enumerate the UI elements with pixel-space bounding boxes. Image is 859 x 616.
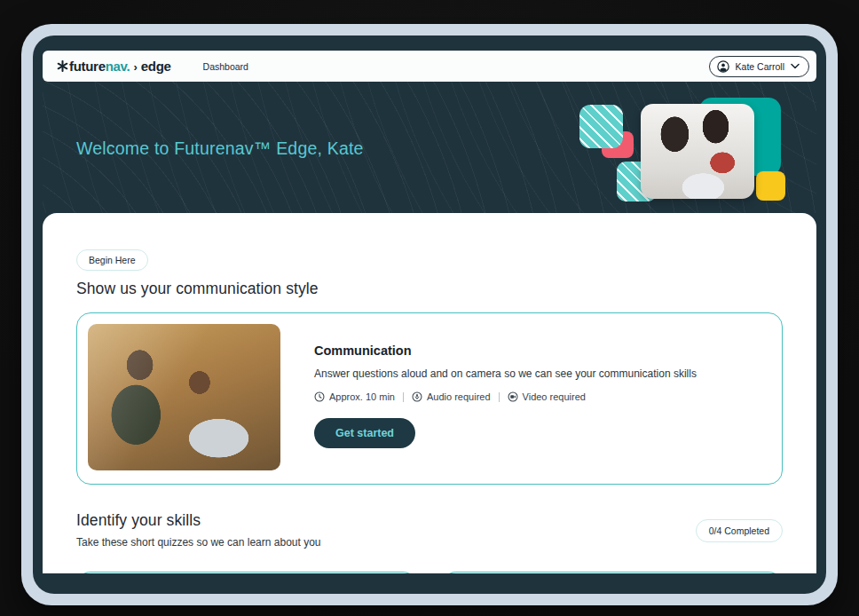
video-icon	[508, 391, 518, 402]
meta-video: Video required	[508, 391, 586, 402]
app-shell: futurenav. › edge Dashboard Kate Carroll	[33, 36, 826, 594]
user-menu-button[interactable]: Kate Carroll	[709, 56, 809, 77]
striped-teal-square-top	[579, 105, 623, 148]
content-panel: Begin Here Show us your communication st…	[43, 213, 816, 573]
communication-card: Communication Answer questions aloud and…	[76, 312, 783, 485]
quiz-card-2[interactable]	[442, 572, 783, 573]
screenshot-canvas: futurenav. › edge Dashboard Kate Carroll	[0, 0, 859, 616]
asterisk-logo-icon	[57, 60, 68, 72]
hero-banner: Welcome to Futurenav™ Edge, Kate	[43, 82, 816, 213]
logo-separator: ›	[133, 60, 137, 74]
chevron-down-icon	[791, 63, 800, 69]
skills-heading-group: Identify your skills Take these short qu…	[76, 511, 321, 549]
skills-section-heading: Identify your skills	[76, 511, 321, 530]
device-bezel: futurenav. › edge Dashboard Kate Carroll	[21, 24, 838, 605]
striped-teal-square-bottom	[617, 162, 657, 201]
nav-link-dashboard[interactable]: Dashboard	[203, 61, 248, 72]
clock-icon	[314, 391, 325, 402]
futurenav-edge-logo[interactable]: futurenav. › edge	[57, 59, 171, 74]
skills-section-header: Identify your skills Take these short qu…	[76, 511, 783, 549]
teal-square-large	[699, 98, 781, 176]
quiz-card-1[interactable]	[76, 572, 417, 573]
communication-card-meta: Approx. 10 min	[314, 391, 697, 402]
yellow-square	[756, 171, 785, 201]
communication-card-description: Answer questions aloud and on camera so …	[314, 367, 697, 380]
top-navbar: futurenav. › edge Dashboard Kate Carroll	[43, 51, 816, 82]
logo-wordmark: futurenav.	[69, 59, 130, 74]
communication-card-body: Communication Answer questions aloud and…	[280, 324, 697, 473]
get-started-button[interactable]: Get started	[314, 418, 415, 448]
hero-welcome-title: Welcome to Futurenav™ Edge, Kate	[76, 138, 364, 159]
logo-part-future: future	[69, 59, 106, 74]
meta-divider	[499, 392, 500, 402]
meta-duration-label: Approx. 10 min	[329, 391, 395, 402]
meta-divider	[403, 392, 404, 402]
communication-card-photo	[88, 324, 280, 470]
meta-audio: Audio required	[412, 391, 491, 402]
skills-section-subheading: Take these short quizzes so we can learn…	[76, 536, 321, 549]
communication-card-title: Communication	[314, 344, 697, 358]
progress-badge: 0/4 Completed	[696, 519, 783, 542]
meta-audio-label: Audio required	[427, 391, 491, 402]
meta-duration: Approx. 10 min	[314, 391, 395, 402]
meta-video-label: Video required	[523, 391, 586, 402]
logo-part-edge: edge	[141, 59, 171, 74]
user-avatar-icon	[717, 60, 729, 73]
microphone-icon	[412, 391, 422, 402]
pink-square	[602, 131, 634, 158]
app-window: futurenav. › edge Dashboard Kate Carroll	[43, 51, 816, 573]
begin-here-badge: Begin Here	[76, 249, 148, 271]
hero-photo-two-people	[641, 104, 754, 199]
communication-section-heading: Show us your communication style	[76, 280, 783, 298]
user-name: Kate Carroll	[736, 61, 784, 72]
logo-part-nav: nav.	[106, 59, 130, 74]
quiz-card-grid	[76, 572, 783, 573]
